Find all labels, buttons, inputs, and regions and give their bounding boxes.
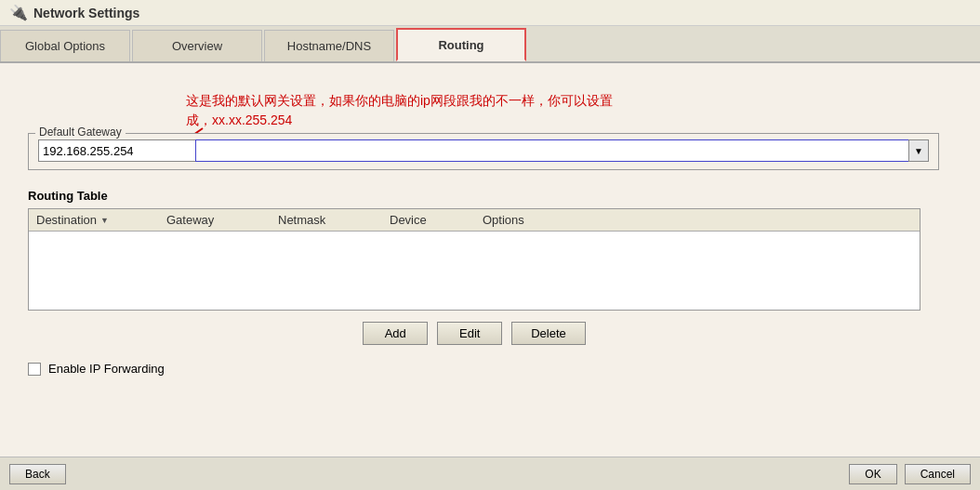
- col-device: Device: [390, 213, 483, 227]
- ip-forwarding-label: Enable IP Forwarding: [48, 362, 165, 376]
- table-header: Destination ▼ Gateway Netmask Device Opt…: [29, 209, 920, 232]
- delete-button[interactable]: Delete: [511, 322, 586, 345]
- bottom-bar: Back OK Cancel: [0, 457, 980, 490]
- routing-table-label: Routing Table: [28, 189, 952, 203]
- annotation-text: 这是我的默认网关设置，如果你的电脑的ip网段跟我的不一样，你可以设置 成，xx.…: [186, 91, 613, 130]
- ip-forwarding-row: Enable IP Forwarding: [28, 362, 952, 376]
- tab-hostname-dns[interactable]: Hostname/DNS: [264, 30, 394, 61]
- default-gateway-section: Default Gateway ▼: [28, 133, 952, 170]
- window-title: Network Settings: [33, 6, 139, 20]
- sort-icon-destination: ▼: [100, 216, 109, 225]
- cancel-button[interactable]: Cancel: [905, 464, 971, 484]
- default-gateway-legend: Default Gateway: [35, 126, 126, 139]
- gateway-dropdown-button[interactable]: ▼: [908, 139, 929, 162]
- title-bar: 🔌 Network Settings: [0, 0, 980, 26]
- add-button[interactable]: Add: [363, 322, 428, 345]
- routing-table: Destination ▼ Gateway Netmask Device Opt…: [28, 208, 920, 311]
- tab-global-options[interactable]: Global Options: [0, 30, 130, 61]
- tabs-bar: Global Options Overview Hostname/DNS Rou…: [0, 26, 980, 63]
- tab-overview[interactable]: Overview: [132, 30, 262, 61]
- table-body: [29, 232, 920, 306]
- tab-routing[interactable]: Routing: [396, 28, 526, 61]
- edit-button[interactable]: Edit: [437, 322, 502, 345]
- col-gateway: Gateway: [166, 213, 278, 227]
- ok-button[interactable]: OK: [849, 464, 896, 484]
- ip-forwarding-checkbox[interactable]: [28, 363, 41, 376]
- routing-table-section: Routing Table Destination ▼ Gateway Netm…: [28, 189, 952, 345]
- content-area: 这是我的默认网关设置，如果你的电脑的ip网段跟我的不一样，你可以设置 成，xx.…: [0, 63, 980, 488]
- col-destination[interactable]: Destination ▼: [36, 213, 166, 227]
- back-button[interactable]: Back: [9, 464, 66, 484]
- network-icon: 🔌: [9, 4, 28, 21]
- col-netmask: Netmask: [278, 213, 390, 227]
- table-buttons-row: Add Edit Delete: [28, 322, 920, 345]
- gateway-combo-field[interactable]: [195, 139, 909, 162]
- default-gateway-fieldset: Default Gateway ▼: [28, 133, 939, 170]
- col-options: Options: [483, 213, 594, 227]
- default-gateway-input[interactable]: [38, 139, 196, 162]
